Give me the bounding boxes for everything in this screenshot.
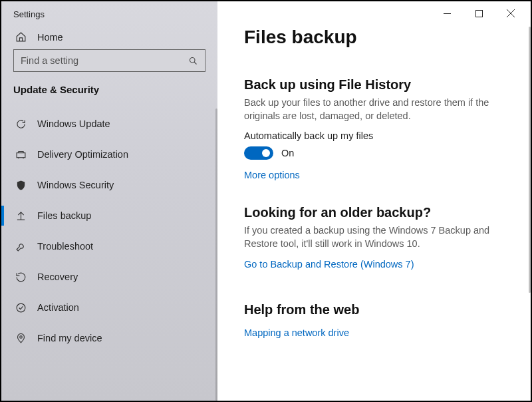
close-button[interactable] bbox=[496, 3, 525, 23]
nav-label: Windows Security bbox=[37, 180, 114, 190]
search-icon bbox=[188, 56, 198, 66]
home-link[interactable]: Home bbox=[1, 26, 217, 49]
content-area: Files backup Back up using File History … bbox=[217, 25, 531, 401]
nav-files-backup[interactable]: Files backup bbox=[1, 200, 217, 231]
delivery-icon bbox=[13, 149, 28, 160]
content-scrollbar[interactable] bbox=[529, 27, 531, 293]
sync-icon bbox=[13, 118, 28, 130]
file-history-desc: Back up your files to another drive and … bbox=[244, 97, 504, 122]
help-heading: Help from the web bbox=[244, 302, 504, 317]
backup-restore-link[interactable]: Go to Backup and Restore (Windows 7) bbox=[244, 259, 414, 270]
nav-label: Troubleshoot bbox=[37, 241, 93, 252]
svg-point-0 bbox=[190, 57, 196, 63]
recovery-icon bbox=[13, 272, 28, 283]
file-history-heading: Back up using File History bbox=[244, 77, 504, 93]
minimize-button[interactable] bbox=[432, 3, 462, 23]
older-heading: Looking for an older backup? bbox=[244, 205, 504, 220]
section-title: Update & Security bbox=[1, 83, 217, 108]
home-label: Home bbox=[37, 32, 63, 43]
home-icon bbox=[13, 31, 28, 43]
nav-recovery[interactable]: Recovery bbox=[1, 262, 217, 292]
help-section: Help from the web Mapping a network driv… bbox=[244, 302, 504, 339]
older-backup-section: Looking for an older backup? If you crea… bbox=[244, 205, 504, 270]
more-options-link[interactable]: More options bbox=[244, 170, 300, 180]
backup-toggle[interactable] bbox=[244, 146, 273, 160]
search-input[interactable] bbox=[21, 55, 188, 66]
activation-icon bbox=[13, 302, 28, 313]
nav-label: Find my device bbox=[37, 333, 102, 343]
nav-delivery-optimization[interactable]: Delivery Optimization bbox=[1, 139, 217, 170]
main-content: Files backup Back up using File History … bbox=[217, 1, 531, 401]
nav-label: Delivery Optimization bbox=[37, 149, 128, 160]
maximize-button[interactable] bbox=[464, 3, 493, 23]
nav-label: Files backup bbox=[37, 210, 91, 221]
location-icon bbox=[13, 333, 28, 344]
search-box[interactable] bbox=[13, 49, 205, 72]
title-bar bbox=[217, 1, 531, 25]
nav-activation[interactable]: Activation bbox=[1, 292, 217, 323]
sidebar: Settings Home Update & Security Windows … bbox=[1, 1, 217, 401]
shield-icon bbox=[13, 180, 28, 191]
page-title: Files backup bbox=[244, 27, 504, 48]
nav-find-device[interactable]: Find my device bbox=[1, 323, 217, 353]
nav-label: Activation bbox=[37, 302, 79, 313]
toggle-label: Automatically back up my files bbox=[244, 130, 504, 141]
older-desc: If you created a backup using the Window… bbox=[244, 224, 504, 250]
wrench-icon bbox=[13, 241, 28, 252]
window-title: Settings bbox=[1, 1, 217, 26]
backup-icon bbox=[13, 210, 28, 222]
svg-line-1 bbox=[194, 62, 196, 64]
nav-label: Windows Update bbox=[37, 118, 110, 129]
toggle-state: On bbox=[281, 148, 294, 158]
svg-rect-2 bbox=[17, 152, 25, 157]
file-history-section: Back up using File History Back up your … bbox=[244, 77, 504, 181]
help-link[interactable]: Mapping a network drive bbox=[244, 327, 349, 338]
nav-windows-update[interactable]: Windows Update bbox=[1, 108, 217, 139]
nav-windows-security[interactable]: Windows Security bbox=[1, 170, 217, 200]
nav-label: Recovery bbox=[37, 272, 78, 282]
nav-list: Windows Update Delivery Optimization Win… bbox=[1, 108, 217, 401]
svg-rect-10 bbox=[475, 10, 482, 17]
svg-point-7 bbox=[17, 303, 25, 312]
svg-point-8 bbox=[19, 335, 22, 338]
nav-troubleshoot[interactable]: Troubleshoot bbox=[1, 231, 217, 262]
